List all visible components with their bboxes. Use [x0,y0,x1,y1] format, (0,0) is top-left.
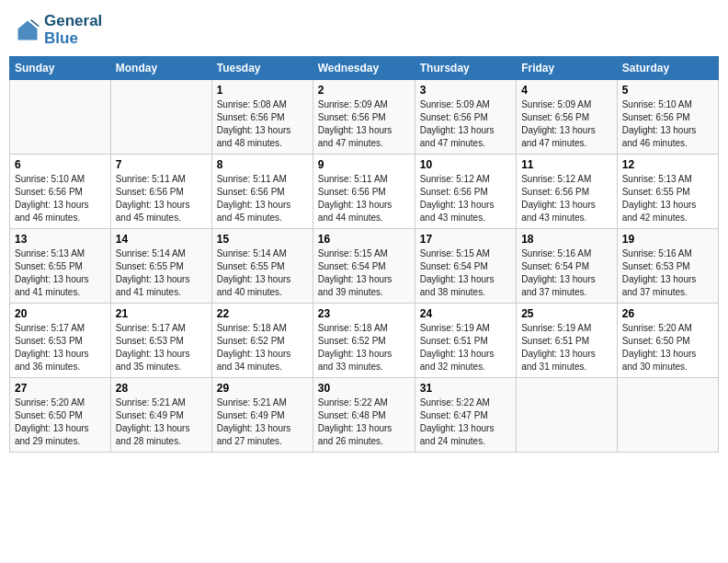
day-number: 15 [217,233,308,246]
calendar-week-3: 13 Sunrise: 5:13 AMSunset: 6:55 PMDaylig… [10,229,719,304]
calendar-cell: 8 Sunrise: 5:11 AMSunset: 6:56 PMDayligh… [211,155,313,229]
day-number: 12 [622,158,713,171]
day-number: 19 [622,233,713,246]
calendar-cell: 4 Sunrise: 5:09 AMSunset: 6:56 PMDayligh… [517,80,618,155]
logo: General Blue [15,13,102,47]
calendar-cell: 31 Sunrise: 5:22 AMSunset: 6:47 PMDaylig… [415,378,516,453]
day-number: 28 [116,382,207,395]
calendar-cell: 7 Sunrise: 5:11 AMSunset: 6:56 PMDayligh… [110,155,211,229]
day-info: Sunrise: 5:14 AMSunset: 6:55 PMDaylight:… [217,247,308,299]
weekday-header-monday: Monday [110,57,211,80]
weekday-header-thursday: Thursday [415,57,516,80]
day-info: Sunrise: 5:17 AMSunset: 6:53 PMDaylight:… [116,322,207,373]
day-info: Sunrise: 5:19 AMSunset: 6:51 PMDaylight:… [420,322,511,373]
calendar-cell: 25 Sunrise: 5:19 AMSunset: 6:51 PMDaylig… [517,304,618,378]
calendar-cell: 17 Sunrise: 5:15 AMSunset: 6:54 PMDaylig… [415,229,516,304]
calendar-cell: 24 Sunrise: 5:19 AMSunset: 6:51 PMDaylig… [415,304,516,378]
day-info: Sunrise: 5:13 AMSunset: 6:55 PMDaylight:… [15,247,106,299]
day-number: 17 [420,233,511,246]
calendar-cell: 30 Sunrise: 5:22 AMSunset: 6:48 PMDaylig… [313,378,415,453]
weekday-header-row: SundayMondayTuesdayWednesdayThursdayFrid… [10,57,719,80]
day-number: 26 [622,307,713,320]
day-info: Sunrise: 5:22 AMSunset: 6:48 PMDaylight:… [318,396,410,448]
day-number: 16 [318,233,410,246]
day-info: Sunrise: 5:16 AMSunset: 6:53 PMDaylight:… [622,247,713,299]
calendar-cell: 15 Sunrise: 5:14 AMSunset: 6:55 PMDaylig… [211,229,313,304]
day-info: Sunrise: 5:09 AMSunset: 6:56 PMDaylight:… [420,98,511,150]
day-number: 23 [318,307,410,320]
calendar-cell: 3 Sunrise: 5:09 AMSunset: 6:56 PMDayligh… [415,80,516,155]
weekday-header-sunday: Sunday [10,57,111,80]
day-number: 13 [15,233,106,246]
day-info: Sunrise: 5:20 AMSunset: 6:50 PMDaylight:… [622,322,713,373]
day-number: 30 [318,382,410,395]
day-number: 29 [217,382,308,395]
day-number: 2 [318,84,410,97]
day-number: 25 [521,307,612,320]
calendar-cell: 27 Sunrise: 5:20 AMSunset: 6:50 PMDaylig… [10,378,111,453]
day-info: Sunrise: 5:17 AMSunset: 6:53 PMDaylight:… [15,322,106,373]
calendar-cell: 14 Sunrise: 5:14 AMSunset: 6:55 PMDaylig… [110,229,211,304]
day-info: Sunrise: 5:10 AMSunset: 6:56 PMDaylight:… [622,98,713,150]
day-number: 6 [15,158,106,171]
day-info: Sunrise: 5:11 AMSunset: 6:56 PMDaylight:… [318,173,410,224]
logo-icon [15,17,40,43]
day-info: Sunrise: 5:14 AMSunset: 6:55 PMDaylight:… [116,247,207,299]
day-number: 10 [420,158,511,171]
day-number: 21 [116,307,207,320]
calendar-cell: 22 Sunrise: 5:18 AMSunset: 6:52 PMDaylig… [211,304,313,378]
calendar-cell: 5 Sunrise: 5:10 AMSunset: 6:56 PMDayligh… [617,80,718,155]
calendar-cell: 2 Sunrise: 5:09 AMSunset: 6:56 PMDayligh… [313,80,415,155]
calendar-cell: 23 Sunrise: 5:18 AMSunset: 6:52 PMDaylig… [313,304,415,378]
calendar-cell: 9 Sunrise: 5:11 AMSunset: 6:56 PMDayligh… [313,155,415,229]
day-info: Sunrise: 5:12 AMSunset: 6:56 PMDaylight:… [521,173,612,224]
day-info: Sunrise: 5:18 AMSunset: 6:52 PMDaylight:… [318,322,410,373]
day-number: 7 [116,158,207,171]
day-info: Sunrise: 5:12 AMSunset: 6:56 PMDaylight:… [420,173,511,224]
calendar-cell [617,378,718,453]
day-number: 27 [15,382,106,395]
day-number: 24 [420,307,511,320]
day-info: Sunrise: 5:09 AMSunset: 6:56 PMDaylight:… [521,98,612,150]
day-info: Sunrise: 5:21 AMSunset: 6:49 PMDaylight:… [116,396,207,448]
day-info: Sunrise: 5:21 AMSunset: 6:49 PMDaylight:… [217,396,308,448]
day-number: 9 [318,158,410,171]
day-info: Sunrise: 5:11 AMSunset: 6:56 PMDaylight:… [116,173,207,224]
day-number: 14 [116,233,207,246]
calendar-cell: 28 Sunrise: 5:21 AMSunset: 6:49 PMDaylig… [110,378,211,453]
day-info: Sunrise: 5:09 AMSunset: 6:56 PMDaylight:… [318,98,410,150]
calendar-cell: 26 Sunrise: 5:20 AMSunset: 6:50 PMDaylig… [617,304,718,378]
calendar-week-4: 20 Sunrise: 5:17 AMSunset: 6:53 PMDaylig… [10,304,719,378]
calendar-cell: 18 Sunrise: 5:16 AMSunset: 6:54 PMDaylig… [517,229,618,304]
day-number: 22 [217,307,308,320]
calendar-week-5: 27 Sunrise: 5:20 AMSunset: 6:50 PMDaylig… [10,378,719,453]
calendar-cell: 11 Sunrise: 5:12 AMSunset: 6:56 PMDaylig… [517,155,618,229]
calendar-cell: 21 Sunrise: 5:17 AMSunset: 6:53 PMDaylig… [110,304,211,378]
day-number: 4 [521,84,612,97]
calendar-table: SundayMondayTuesdayWednesdayThursdayFrid… [9,56,719,453]
calendar-cell [110,80,211,155]
day-number: 31 [420,382,511,395]
calendar-cell: 29 Sunrise: 5:21 AMSunset: 6:49 PMDaylig… [211,378,313,453]
day-number: 5 [622,84,713,97]
day-info: Sunrise: 5:19 AMSunset: 6:51 PMDaylight:… [521,322,612,373]
calendar-cell: 1 Sunrise: 5:08 AMSunset: 6:56 PMDayligh… [211,80,313,155]
calendar-cell: 19 Sunrise: 5:16 AMSunset: 6:53 PMDaylig… [617,229,718,304]
day-number: 8 [217,158,308,171]
day-number: 18 [521,233,612,246]
page-header: General Blue [9,9,719,51]
day-info: Sunrise: 5:11 AMSunset: 6:56 PMDaylight:… [217,173,308,224]
day-number: 1 [217,84,308,97]
day-number: 20 [15,307,106,320]
day-info: Sunrise: 5:20 AMSunset: 6:50 PMDaylight:… [15,396,106,448]
weekday-header-wednesday: Wednesday [313,57,415,80]
day-info: Sunrise: 5:08 AMSunset: 6:56 PMDaylight:… [217,98,308,150]
calendar-cell: 16 Sunrise: 5:15 AMSunset: 6:54 PMDaylig… [313,229,415,304]
calendar-cell: 12 Sunrise: 5:13 AMSunset: 6:55 PMDaylig… [617,155,718,229]
svg-marker-1 [18,20,38,40]
calendar-cell: 13 Sunrise: 5:13 AMSunset: 6:55 PMDaylig… [10,229,111,304]
calendar-week-2: 6 Sunrise: 5:10 AMSunset: 6:56 PMDayligh… [10,155,719,229]
calendar-cell [517,378,618,453]
day-info: Sunrise: 5:13 AMSunset: 6:55 PMDaylight:… [622,173,713,224]
weekday-header-tuesday: Tuesday [211,57,313,80]
